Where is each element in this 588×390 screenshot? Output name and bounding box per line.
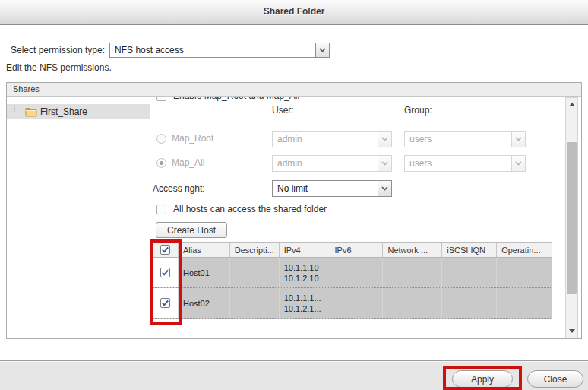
permission-type-label: Select permission type: bbox=[11, 45, 105, 55]
column-header-alias[interactable]: Alias bbox=[179, 243, 230, 257]
ipv4-line: 10.1.1.1... bbox=[284, 293, 330, 303]
scrollbar-thumb[interactable] bbox=[567, 142, 577, 294]
enable-map-checkbox[interactable] bbox=[156, 97, 166, 101]
map-root-radio[interactable] bbox=[156, 134, 166, 144]
shares-panel: Shares First_Share Enable M bbox=[6, 82, 582, 339]
ipv4-line: 10.1.2.1... bbox=[284, 303, 330, 314]
all-hosts-checkbox[interactable] bbox=[156, 205, 166, 214]
cell-iscsi-iqn bbox=[442, 288, 497, 318]
shares-tree: First_Share bbox=[7, 97, 150, 338]
all-hosts-row: All hosts can access the shared folder bbox=[156, 204, 327, 214]
cell-network bbox=[383, 288, 442, 318]
permission-type-value: NFS host access bbox=[110, 45, 315, 55]
column-header-iscsi-iqn[interactable]: iSCSI IQN bbox=[442, 243, 497, 257]
map-all-user-select[interactable]: admin bbox=[272, 155, 392, 172]
group-column-label: Group: bbox=[404, 105, 432, 116]
chevron-down-icon[interactable] bbox=[378, 156, 391, 171]
close-button[interactable]: Close bbox=[527, 370, 583, 388]
tree-item-first-share[interactable]: First_Share bbox=[7, 104, 150, 119]
map-root-user-select[interactable]: admin bbox=[272, 131, 392, 147]
access-right-label: Access right: bbox=[153, 183, 205, 194]
column-header-description[interactable]: Descripti... bbox=[230, 243, 280, 257]
column-header-operating[interactable]: Operatin... bbox=[497, 243, 552, 257]
header-checkbox-cell bbox=[153, 243, 179, 257]
chevron-down-icon[interactable] bbox=[378, 132, 391, 147]
vertical-scrollbar[interactable] bbox=[565, 97, 578, 338]
map-root-group-value: users bbox=[405, 134, 511, 144]
cell-ipv6 bbox=[330, 258, 384, 287]
select-all-checkbox[interactable] bbox=[160, 245, 170, 255]
permission-description: Edit the NFS permissions. bbox=[6, 62, 112, 73]
chevron-down-icon[interactable] bbox=[511, 156, 525, 171]
host-table-header: Alias Descripti... IPv4 IPv6 Network ...… bbox=[153, 242, 552, 258]
all-hosts-label: All hosts can access the shared folder bbox=[173, 204, 327, 214]
cell-ipv4: 10.1.1.10 10.1.2.10 bbox=[280, 258, 330, 287]
chevron-down-icon[interactable] bbox=[315, 43, 329, 57]
cell-operating bbox=[497, 258, 552, 287]
permission-type-select[interactable]: NFS host access bbox=[109, 43, 330, 58]
access-right-select[interactable]: No limit bbox=[272, 180, 392, 197]
cell-network bbox=[383, 258, 442, 287]
table-row-host02[interactable]: Host02 10.1.1.1... 10.1.2.1... bbox=[153, 288, 552, 319]
access-right-value: No limit bbox=[273, 183, 378, 194]
map-all-group-value: users bbox=[405, 158, 511, 169]
ipv4-line: 10.1.2.10 bbox=[284, 273, 330, 284]
cell-iscsi-iqn bbox=[442, 258, 497, 287]
cell-operating bbox=[497, 288, 552, 318]
column-header-ipv4[interactable]: IPv4 bbox=[280, 243, 330, 257]
tree-item-label: First_Share bbox=[40, 106, 87, 117]
map-root-label: Map_Root bbox=[172, 133, 213, 144]
tree-connector-line bbox=[14, 106, 24, 113]
permission-type-row: Select permission type: NFS host access bbox=[11, 43, 330, 58]
cell-alias: Host02 bbox=[179, 288, 230, 318]
shared-folder-dialog: Shared Folder Select permission type: NF… bbox=[0, 0, 588, 390]
host-table: Alias Descripti... IPv4 IPv6 Network ...… bbox=[152, 242, 552, 319]
row-checkbox-cell bbox=[153, 258, 179, 287]
user-column-label: User: bbox=[272, 105, 294, 116]
map-all-label: Map_All bbox=[172, 157, 204, 168]
map-all-radio[interactable] bbox=[156, 158, 166, 168]
cell-description bbox=[230, 258, 280, 287]
cell-ipv4: 10.1.1.1... 10.1.2.1... bbox=[280, 288, 330, 318]
column-header-ipv6[interactable]: IPv6 bbox=[330, 243, 384, 257]
map-root-group-select[interactable]: users bbox=[404, 131, 526, 147]
create-host-button[interactable]: Create Host bbox=[156, 222, 227, 238]
apply-button[interactable]: Apply bbox=[452, 370, 513, 388]
host02-checkbox[interactable] bbox=[160, 298, 170, 308]
host01-checkbox[interactable] bbox=[160, 268, 170, 277]
cell-alias: Host01 bbox=[179, 258, 230, 287]
scroll-up-icon[interactable] bbox=[566, 99, 577, 110]
dialog-titlebar: Shared Folder bbox=[0, 0, 588, 25]
ipv4-line: 10.1.1.10 bbox=[284, 262, 330, 273]
chevron-down-icon[interactable] bbox=[511, 132, 525, 147]
map-root-user-value: admin bbox=[273, 134, 378, 144]
table-row-host01[interactable]: Host01 10.1.1.10 10.1.2.10 bbox=[153, 258, 552, 288]
enable-map-row: Enable Map_Root and Map_All bbox=[156, 97, 299, 101]
dialog-title: Shared Folder bbox=[264, 6, 325, 17]
enable-map-label: Enable Map_Root and Map_All bbox=[173, 97, 299, 101]
map-all-user-value: admin bbox=[273, 158, 378, 169]
cell-description bbox=[230, 288, 280, 318]
map-all-group-select[interactable]: users bbox=[404, 155, 526, 172]
cell-ipv6 bbox=[330, 288, 384, 318]
nfs-permission-form: Enable Map_Root and Map_All User: Group:… bbox=[150, 97, 565, 338]
scroll-down-icon[interactable] bbox=[566, 325, 577, 337]
folder-icon bbox=[25, 107, 37, 117]
shares-panel-header: Shares bbox=[7, 83, 581, 97]
column-header-network[interactable]: Network ... bbox=[383, 243, 442, 257]
shares-panel-body: First_Share Enable Map_Root and Map_All … bbox=[7, 97, 581, 338]
row-checkbox-cell bbox=[153, 288, 179, 318]
chevron-down-icon[interactable] bbox=[378, 181, 391, 196]
